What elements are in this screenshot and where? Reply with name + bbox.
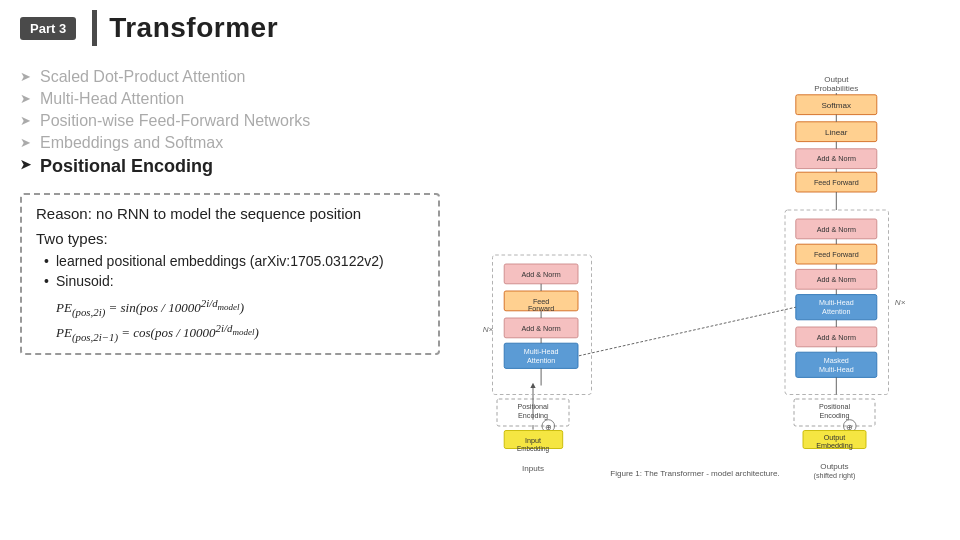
svg-text:Positional: Positional (819, 402, 851, 411)
bullet-item-5-active: Positional Encoding (20, 154, 440, 179)
title-bar: Transformer (92, 10, 278, 46)
svg-text:Feed Forward: Feed Forward (814, 178, 859, 187)
svg-text:Embedding: Embedding (816, 441, 852, 450)
svg-text:Add & Norm: Add & Norm (817, 154, 856, 163)
svg-text:Embedding: Embedding (517, 445, 549, 453)
two-types-label: Two types: (36, 230, 424, 247)
svg-text:Inputs: Inputs (522, 464, 544, 473)
svg-text:Add & Norm: Add & Norm (817, 275, 856, 284)
svg-text:Attention: Attention (822, 307, 850, 316)
svg-text:Outputs: Outputs (820, 462, 848, 471)
svg-text:Figure 1: The Transformer - mo: Figure 1: The Transformer - model archit… (610, 469, 780, 478)
formula-sin: PE(pos,2i) = sin(pos / 100002i/dmodel) (56, 297, 424, 318)
svg-text:Add & Norm: Add & Norm (522, 324, 561, 333)
svg-text:Attention: Attention (527, 356, 555, 365)
svg-text:N×: N× (895, 298, 906, 307)
formula-block: PE(pos,2i) = sin(pos / 100002i/dmodel) P… (56, 297, 424, 343)
svg-line-74 (579, 307, 796, 356)
svg-text:Feed Forward: Feed Forward (814, 250, 859, 259)
svg-text:Multi-Head: Multi-Head (524, 347, 559, 356)
right-panel: Positional Encoding ⊕ Input Embedding In… (450, 66, 940, 518)
bullet-item-2: Multi-Head Attention (20, 88, 440, 110)
svg-text:Add & Norm: Add & Norm (817, 225, 856, 234)
svg-text:Multi-Head: Multi-Head (819, 298, 854, 307)
part-badge: Part 3 (20, 17, 76, 40)
svg-text:Probabilities: Probabilities (814, 84, 858, 93)
svg-text:Linear: Linear (825, 128, 848, 137)
left-panel: Scaled Dot-Product Attention Multi-Head … (20, 66, 440, 518)
svg-text:Softmax: Softmax (821, 101, 851, 110)
svg-text:Input: Input (525, 436, 541, 445)
svg-text:Output: Output (824, 75, 849, 84)
title-accent-1 (92, 10, 97, 46)
reason-text: Reason: no RNN to model the sequence pos… (36, 205, 424, 222)
diagram-container: Positional Encoding ⊕ Input Embedding In… (479, 66, 911, 480)
svg-text:Encoding: Encoding (820, 411, 850, 420)
page-title: Transformer (109, 12, 278, 44)
svg-text:(shifted right): (shifted right) (814, 471, 856, 480)
bullet-list: Scaled Dot-Product Attention Multi-Head … (20, 66, 440, 179)
svg-text:Add & Norm: Add & Norm (522, 270, 561, 279)
info-box: Reason: no RNN to model the sequence pos… (20, 193, 440, 355)
transformer-diagram: Positional Encoding ⊕ Input Embedding In… (479, 66, 911, 480)
svg-text:Masked: Masked (824, 356, 849, 365)
info-list: learned positional embeddings (arXiv:170… (40, 251, 424, 291)
header: Part 3 Transformer (0, 0, 960, 56)
info-item-2: Sinusoid: (40, 271, 424, 291)
main-content: Scaled Dot-Product Attention Multi-Head … (0, 56, 960, 528)
svg-text:Multi-Head: Multi-Head (819, 365, 854, 374)
bullet-item-1: Scaled Dot-Product Attention (20, 66, 440, 88)
formula-cos: PE(pos,2i−1) = cos(pos / 100002i/dmodel) (56, 322, 424, 343)
svg-text:Add & Norm: Add & Norm (817, 333, 856, 342)
info-item-1: learned positional embeddings (arXiv:170… (40, 251, 424, 271)
bullet-item-3: Position-wise Feed-Forward Networks (20, 110, 440, 132)
svg-text:N×: N× (483, 325, 494, 334)
bullet-item-4: Embeddings and Softmax (20, 132, 440, 154)
